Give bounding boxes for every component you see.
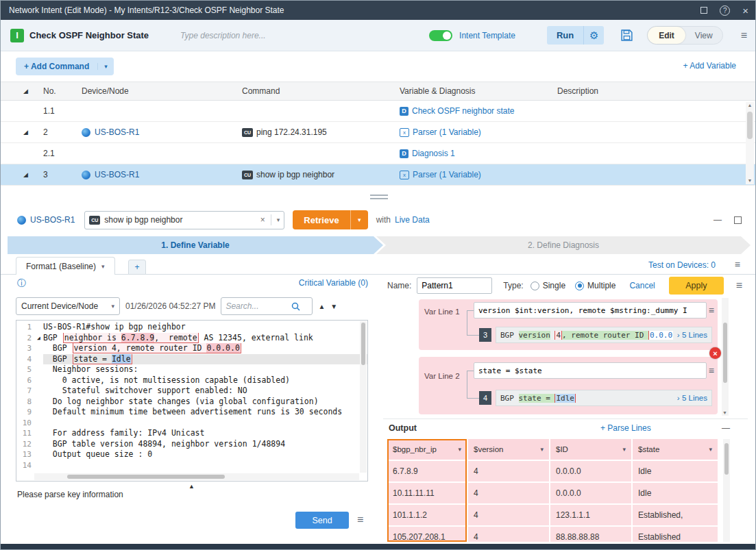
code-line[interactable]: 5 Neighbor sessions: xyxy=(16,364,367,375)
expand-all-icon[interactable]: ◢ xyxy=(23,88,28,95)
scrollbar-thumb[interactable] xyxy=(724,443,729,475)
code-line[interactable]: 10 xyxy=(16,418,367,429)
output-column-header[interactable]: $bgp_nbr_ip▾ xyxy=(387,439,467,460)
add-format-tab-button[interactable]: + xyxy=(128,260,146,275)
tab-format1-baseline[interactable]: Format1 (Baseline) ▾ xyxy=(16,257,115,275)
live-data-link[interactable]: Live Data xyxy=(395,215,430,225)
next-match-icon[interactable]: ▼ xyxy=(330,303,337,310)
scroll-up-icon[interactable]: ▲ xyxy=(748,102,753,109)
command-caret-icon[interactable]: ▾ xyxy=(277,216,280,223)
save-button[interactable] xyxy=(620,29,633,42)
code-line-selected[interactable]: 4 BGP state = Idle xyxy=(16,354,367,365)
maximize-pane-icon[interactable] xyxy=(734,216,742,224)
header-menu-icon[interactable]: ≡ xyxy=(741,30,747,41)
filter-caret-icon[interactable]: ▾ xyxy=(540,446,544,453)
output-column-header[interactable]: $state▾ xyxy=(633,439,718,460)
scroll-down-icon[interactable]: ▼ xyxy=(722,410,727,415)
add-variable-link[interactable]: + Add Variable xyxy=(683,61,736,71)
code-line[interactable]: 9 Default minimum time between advertise… xyxy=(16,407,367,418)
help-icon[interactable]: ? xyxy=(720,5,730,16)
filter-caret-icon[interactable]: ▾ xyxy=(709,446,712,453)
scrollbar-thumb[interactable] xyxy=(747,112,753,139)
tab-caret-icon[interactable]: ▾ xyxy=(101,263,105,270)
table-row[interactable]: ◢ 2 US-BOS-R1 CUping 172.24.31.195 xPars… xyxy=(1,122,756,143)
filter-caret-icon[interactable]: ▾ xyxy=(622,446,626,453)
send-button[interactable]: Send xyxy=(295,512,349,529)
code-line[interactable]: 7 Stateful switchover support enabled: N… xyxy=(16,386,367,397)
command-combobox[interactable]: CU show ip bgp neighbor × ▾ xyxy=(84,211,284,229)
send-menu-icon[interactable]: ≡ xyxy=(357,514,363,525)
radio-single[interactable]: Single xyxy=(531,281,565,290)
table-row[interactable]: 2.1 DDiagnosis 1 xyxy=(1,143,756,164)
var-lines-scrollbar[interactable]: ▼ xyxy=(722,298,729,416)
step-define-variable[interactable]: 1. Define Variable xyxy=(8,236,383,254)
filter-caret-icon[interactable]: ▾ xyxy=(458,446,461,453)
step-define-diagnosis[interactable]: 2. Define Diagnosis xyxy=(376,236,751,254)
test-on-devices-link[interactable]: Test on Devices: 0 xyxy=(648,260,716,270)
code-line[interactable]: 6 0 active, is not multisession capable … xyxy=(16,375,367,386)
var-line-2-expression-input[interactable] xyxy=(474,362,707,379)
run-settings-gear-icon[interactable]: ⚙ xyxy=(583,26,604,45)
vertical-scrollbar[interactable] xyxy=(360,321,367,473)
diagnosis-link[interactable]: Diagnosis 1 xyxy=(412,149,455,158)
diagnosis-link[interactable]: Check OSPF neighbor state xyxy=(412,106,514,116)
parse-lines-link[interactable]: + Parse Lines xyxy=(600,423,651,433)
code-line[interactable]: 8 Do log neighbor state changes (via glo… xyxy=(16,397,367,408)
view-mode-button[interactable]: View xyxy=(685,31,722,40)
restore-icon[interactable] xyxy=(700,7,707,14)
collapse-editor-icon[interactable]: ▲ xyxy=(188,483,195,490)
output-column-header[interactable]: $ID▾ xyxy=(550,439,631,460)
horizontal-scrollbar[interactable] xyxy=(34,473,359,480)
device-node-dropdown[interactable]: Current Device/Node ▾ xyxy=(16,297,120,315)
scrollbar-thumb[interactable] xyxy=(723,323,727,383)
delete-var-line-icon[interactable]: × xyxy=(709,347,721,359)
close-icon[interactable]: × xyxy=(742,5,748,16)
collapse-pane-icon[interactable]: — xyxy=(714,215,722,225)
output-scrollbar[interactable] xyxy=(723,439,730,542)
info-icon[interactable]: ⓘ xyxy=(17,277,26,290)
pattern-name-input[interactable] xyxy=(417,277,492,294)
critical-variable-link[interactable]: Critical Variable (0) xyxy=(299,278,368,288)
code-line[interactable]: 2◢BGP neighbor is 6.7.8.9, remote AS 123… xyxy=(16,333,367,344)
scrollbar-thumb[interactable] xyxy=(67,475,225,479)
edit-mode-button[interactable]: Edit xyxy=(648,27,685,44)
cancel-button[interactable]: Cancel xyxy=(629,281,655,290)
intent-template-toggle[interactable] xyxy=(429,30,452,41)
code-line[interactable]: 12 BGP table version 48894, neighbor ver… xyxy=(16,439,367,450)
expand-lines-link[interactable]: › 5 Lines xyxy=(677,394,707,402)
output-column-header[interactable]: $version▾ xyxy=(468,439,549,460)
code-line[interactable]: 1US-BOS-R1#show ip bgp neighbor xyxy=(16,322,367,333)
table-scrollbar[interactable]: ▲ ▼ xyxy=(746,102,754,184)
var-line-1-menu-icon[interactable]: ≡ xyxy=(709,305,714,316)
scroll-down-icon[interactable]: ▼ xyxy=(748,177,753,184)
table-row-selected[interactable]: ◢ 3 US-BOS-R1 CUshow ip bgp neighbor xPa… xyxy=(1,164,756,186)
var-line-1-expression-input[interactable] xyxy=(474,302,707,318)
collapse-output-icon[interactable]: — xyxy=(722,423,730,433)
add-command-button[interactable]: + Add Command ▾ xyxy=(16,58,114,75)
pane-splitter[interactable] xyxy=(1,187,756,206)
table-row[interactable]: 1.1 DCheck OSPF neighbor state xyxy=(1,101,756,122)
clear-command-icon[interactable]: × xyxy=(260,215,265,225)
search-icon[interactable] xyxy=(291,302,300,311)
run-button[interactable]: Run xyxy=(547,26,583,45)
var-line-2-menu-icon[interactable]: ≡ xyxy=(709,365,714,376)
previous-match-icon[interactable]: ▲ xyxy=(318,303,325,310)
code-line[interactable]: 14 xyxy=(16,460,367,471)
code-line[interactable]: 3 BGP version 4, remote router ID 0.0.0.… xyxy=(16,343,367,354)
expand-row-icon[interactable]: ◢ xyxy=(23,171,28,178)
tabs-menu-icon[interactable]: ≡ xyxy=(735,260,740,269)
radio-multiple[interactable]: Multiple xyxy=(575,281,615,290)
code-line[interactable]: 13 Output queue size : 0 xyxy=(16,449,367,460)
fold-icon[interactable]: ◢ xyxy=(34,333,43,344)
add-command-caret-icon[interactable]: ▾ xyxy=(97,63,114,70)
retrieve-button[interactable]: Retrieve xyxy=(293,210,350,229)
code-line[interactable]: 11 For address family: IPv4 Unicast xyxy=(16,428,367,439)
parser-link[interactable]: Parser (1 Variable) xyxy=(413,170,481,179)
search-input[interactable] xyxy=(225,301,291,311)
pattern-menu-icon[interactable]: ≡ xyxy=(736,280,742,291)
expand-lines-link[interactable]: › 5 Lines xyxy=(677,331,707,339)
retrieve-caret-icon[interactable]: ▾ xyxy=(350,210,368,229)
apply-button[interactable]: Apply xyxy=(669,277,724,295)
scrollbar-thumb[interactable] xyxy=(361,323,365,365)
expand-row-icon[interactable]: ◢ xyxy=(23,129,28,136)
